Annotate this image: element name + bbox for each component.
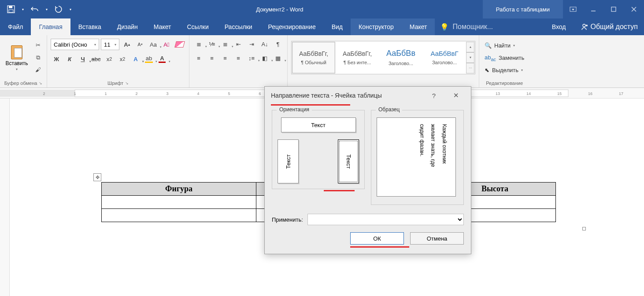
format-painter-icon[interactable] [174, 39, 185, 50]
maximize-button[interactable] [603, 0, 624, 18]
orientation-fieldset: Ориентация Текст Текст Текст [272, 110, 365, 189]
align-right-button[interactable]: ≡ [219, 53, 231, 63]
numbering-button[interactable]: ⅟≡▾ [206, 39, 218, 49]
cancel-button[interactable]: Отмена [410, 232, 464, 245]
vertical-ruler[interactable] [0, 99, 10, 296]
font-color-button[interactable]: A▾ [156, 54, 168, 64]
table-cell[interactable] [102, 196, 256, 209]
paste-button[interactable]: Вставить ▾ [4, 40, 30, 75]
clear-formatting-button[interactable]: A⃓ [161, 39, 172, 50]
strikethrough-button[interactable]: abc [90, 54, 102, 64]
minimize-button[interactable] [583, 0, 603, 18]
undo-button[interactable] [27, 2, 42, 17]
signin-button[interactable]: Вход [544, 18, 574, 35]
style-gallery[interactable]: АаБбВвГг, ¶ Обычный АаБбВвГг, ¶ Без инте… [291, 41, 475, 74]
align-left-button[interactable]: ≡ [193, 53, 204, 63]
dialog-launcher-icon[interactable]: ↘ [39, 81, 42, 85]
increase-indent-button[interactable]: ⇥ [246, 39, 257, 49]
table-move-handle-icon[interactable]: ✥ [93, 173, 101, 181]
tab-file[interactable]: Файл [0, 18, 31, 35]
decrease-indent-button[interactable]: ⇤ [233, 39, 244, 49]
font-name-combo[interactable]: Calibri (Осно▾ [51, 39, 99, 50]
search-icon: 🔍 [485, 42, 492, 49]
style-normal[interactable]: АаБбВвГг, ¶ Обычный [292, 42, 335, 73]
highlight-button[interactable]: ab▾ [143, 54, 155, 64]
close-button[interactable]: ✕ [447, 87, 465, 104]
tab-home[interactable]: Главная [31, 18, 70, 35]
dialog-titlebar[interactable]: Направление текста - Ячейка таблицы ? ✕ [265, 87, 471, 104]
save-button[interactable] [4, 2, 19, 17]
svg-point-8 [583, 24, 585, 27]
orientation-vertical-up[interactable]: Текст [278, 139, 299, 183]
table-cell[interactable] [102, 209, 256, 222]
tab-review[interactable]: Рецензирование [260, 18, 324, 35]
underline-button[interactable]: Ч▾ [77, 54, 89, 64]
svg-rect-1 [9, 6, 12, 8]
replace-button[interactable]: abacЗаменить [483, 53, 526, 63]
share-button[interactable]: Общий доступ [574, 18, 644, 35]
dialog-title-text: Направление текста - Ячейка таблицы [271, 92, 421, 99]
apply-to-select[interactable] [307, 214, 464, 225]
svg-text:14: 14 [526, 91, 531, 96]
font-size-combo[interactable]: 11▾ [101, 39, 119, 50]
shrink-font-button[interactable]: A▾ [134, 39, 146, 50]
tab-table-design[interactable]: Конструктор [351, 18, 402, 35]
tab-design[interactable]: Дизайн [109, 18, 146, 35]
line-spacing-button[interactable]: ↕≡▾ [246, 53, 257, 63]
ribbon: Вставить ▾ ✂ ⧉ 🖌 Буфер обмена ↘ Calibri … [0, 35, 644, 88]
sort-button[interactable]: A↓ [259, 39, 270, 49]
svg-point-9 [586, 25, 588, 26]
tab-mailings[interactable]: Рассылки [217, 18, 260, 35]
tab-view[interactable]: Вид [324, 18, 351, 35]
title-bar: ▾ ▾ ▾ Документ2 - Word Работа с таблицам… [0, 0, 644, 18]
close-button[interactable] [624, 0, 644, 18]
svg-rect-2 [9, 10, 13, 12]
qat-customize-icon[interactable]: ▾ [68, 7, 73, 11]
show-marks-button[interactable]: ¶ [272, 39, 284, 49]
select-button[interactable]: ⬉Выделить ▾ [483, 65, 526, 76]
repeat-button[interactable] [51, 2, 66, 17]
change-case-button[interactable]: Aa▾ [148, 39, 159, 50]
tab-layout[interactable]: Макет [146, 18, 179, 35]
window-controls [563, 0, 644, 18]
copy-button[interactable]: ⧉ [33, 53, 43, 62]
style-no-spacing[interactable]: АаБбВвГг, ¶ Без инте... [336, 42, 379, 73]
justify-button[interactable]: ≡ [233, 53, 244, 63]
italic-button[interactable]: К [64, 54, 75, 64]
help-button[interactable]: ? [425, 87, 443, 104]
table-resize-handle-icon[interactable] [582, 227, 586, 230]
style-heading1[interactable]: АаБбВв Заголово... [379, 42, 422, 73]
text-effects-button[interactable]: A▾ [130, 54, 141, 64]
orientation-horizontal[interactable]: Текст [281, 117, 356, 132]
ok-button[interactable]: ОК [350, 232, 404, 245]
borders-button[interactable]: ▦▾ [272, 53, 284, 63]
apply-to-label: Применить: [272, 216, 303, 223]
find-button[interactable]: 🔍Найти ▾ [483, 40, 526, 51]
shading-button[interactable]: ◧▾ [259, 53, 270, 63]
font-name-value: Calibri (Осно [54, 41, 87, 48]
style-heading2[interactable]: АаБбВвГ Заголово... [423, 42, 466, 73]
font-size-value: 11 [104, 41, 110, 48]
tab-table-layout[interactable]: Макет [402, 18, 435, 35]
cut-button[interactable]: ✂ [33, 40, 43, 50]
multilevel-list-button[interactable]: ≣▾ [219, 39, 231, 49]
undo-dropdown-icon[interactable]: ▾ [44, 7, 49, 11]
tab-insert[interactable]: Вставка [70, 18, 109, 35]
svg-text:1: 1 [104, 91, 107, 96]
grow-font-button[interactable]: A▴ [121, 39, 133, 50]
superscript-button[interactable]: x2 [117, 54, 128, 64]
tell-me-box[interactable]: 💡 Помощник... [435, 18, 544, 35]
orientation-vertical-down[interactable]: Текст [338, 139, 359, 183]
ribbon-display-options-icon[interactable] [563, 0, 583, 18]
table-header-figure[interactable]: Фигура [102, 183, 256, 196]
qat-dropdown-icon[interactable]: ▾ [20, 7, 26, 11]
cursor-icon: ⬉ [485, 67, 489, 73]
align-center-button[interactable]: ≡ [206, 53, 218, 63]
bold-button[interactable]: Ж [51, 54, 62, 64]
dialog-launcher-icon[interactable]: ↘ [125, 81, 129, 85]
subscript-button[interactable]: x2 [104, 54, 115, 64]
style-gallery-scroll[interactable]: ▴▾⋯ [466, 42, 474, 73]
tab-references[interactable]: Ссылки [179, 18, 216, 35]
format-painter-button[interactable]: 🖌 [33, 65, 43, 75]
bullets-button[interactable]: ≣▾ [193, 39, 204, 49]
